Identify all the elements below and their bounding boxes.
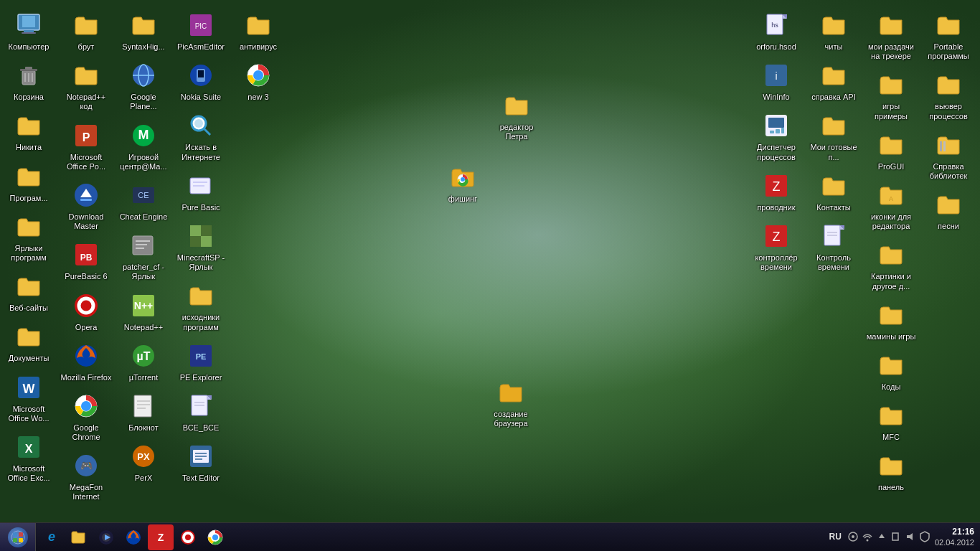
- icon-syntaxhig[interactable]: SyntaxHig...: [115, 6, 172, 56]
- icon-games-examples[interactable]: игры примеры: [862, 65, 920, 125]
- icon-nokia[interactable]: Nokia Suite: [172, 56, 230, 106]
- portable-label: Portable программы: [923, 42, 974, 61]
- taskbar-zed[interactable]: Z: [148, 524, 174, 550]
- icon-opera[interactable]: Opera: [57, 286, 115, 336]
- patcher-label: patcher_cf - Ярлык: [118, 263, 169, 281]
- icon-icons-editor[interactable]: A иконки для редактора: [862, 176, 920, 235]
- icon-pictures[interactable]: Картинки и другое д...: [862, 235, 920, 295]
- icon-programs[interactable]: Програм...: [0, 157, 57, 207]
- icon-wininfo[interactable]: i WinInfo: [748, 56, 805, 106]
- icon-google-earth[interactable]: Google Plane...: [115, 56, 172, 116]
- icon-antivirus[interactable]: антивирус: [230, 6, 287, 56]
- proGUI-label: ProGUI: [878, 162, 905, 171]
- icon-vse-vse[interactable]: ВСЕ_ВСЕ: [172, 387, 230, 437]
- taskbar-chrome[interactable]: [202, 524, 228, 550]
- controller-icon: Z: [761, 221, 791, 251]
- icon-library[interactable]: Справка библиотек: [920, 126, 977, 185]
- icon-viewer[interactable]: вьювер процессов: [920, 65, 977, 125]
- icon-spravka-api[interactable]: справка API: [805, 56, 862, 106]
- icon-contacts[interactable]: Контакты: [805, 166, 862, 217]
- pe-explorer-icon: PE: [186, 341, 216, 371]
- icon-utorrent[interactable]: µT µTorrent: [115, 336, 172, 387]
- icon-blocknot[interactable]: Блокнот: [115, 387, 172, 437]
- icon-trash[interactable]: Корзина: [0, 56, 57, 106]
- svg-point-120: [852, 535, 854, 538]
- wifi-icon: [862, 531, 873, 542]
- icon-documents[interactable]: Документы: [0, 317, 57, 367]
- icon-notepadpp[interactable]: N++ Notepad++: [115, 286, 172, 336]
- icon-search[interactable]: Искать в Интернете: [172, 106, 230, 166]
- icon-purebasic-s[interactable]: Pure Basic: [172, 166, 230, 217]
- ms-excel-icon: X: [14, 432, 44, 462]
- firefox-label: Mozilla Firefox: [61, 373, 112, 382]
- icon-panel[interactable]: панель: [862, 446, 920, 496]
- icon-minecraft[interactable]: MinecraftSP - Ярлык: [172, 217, 230, 276]
- icon-game-center[interactable]: 🎮 MegaFon Internet: [57, 446, 115, 506]
- icon-computer[interactable]: Компьютер: [0, 6, 57, 56]
- icon-pe-explorer[interactable]: PE PE Explorer: [172, 336, 230, 387]
- icon-control-time[interactable]: Контроль времени: [805, 217, 862, 276]
- svg-text:µT: µT: [137, 350, 151, 362]
- icon-create-browser[interactable]: создание браузера: [482, 373, 540, 433]
- svg-rect-6: [25, 67, 32, 70]
- icon-download-master[interactable]: Download Master: [57, 176, 115, 235]
- icon-shortcuts[interactable]: Ярлыки программ: [0, 207, 57, 267]
- icon-purebasic6[interactable]: PB PureBasic 6: [57, 235, 115, 286]
- icon-editor-petra[interactable]: редактор Петра: [488, 86, 545, 146]
- flag-icon: [890, 531, 902, 542]
- icon-mama-games[interactable]: мамины игры: [862, 296, 920, 346]
- icon-codes[interactable]: Коды: [862, 346, 920, 396]
- taskbar-right: RU 21:16 02.04.2012: [824, 527, 980, 548]
- icon-chrome[interactable]: Google Chrome: [57, 387, 115, 446]
- taskbar-explorer[interactable]: [66, 524, 92, 550]
- icon-phishing[interactable]: фишинг: [434, 158, 491, 208]
- taskbar-opera[interactable]: [175, 524, 201, 550]
- icon-brut[interactable]: брут: [57, 6, 115, 56]
- icon-perx[interactable]: PX PerX: [115, 437, 172, 487]
- icon-mfc[interactable]: MFC: [862, 396, 920, 446]
- icon-notepad-code[interactable]: Notepad++ код: [57, 56, 115, 116]
- icon-websites[interactable]: Веб-сайты: [0, 267, 57, 317]
- sources-label: исходники программ: [175, 313, 227, 331]
- taskbar-firefox[interactable]: [121, 524, 146, 550]
- icon-portable[interactable]: Portable программы: [920, 6, 977, 65]
- notepad-code-icon: [71, 60, 101, 90]
- icon-text-editor[interactable]: Text Editor: [172, 437, 230, 487]
- icon-my-ready[interactable]: Мои готовые п...: [805, 106, 862, 166]
- icon-megafon[interactable]: M Игровой центр@Ма...: [115, 116, 172, 176]
- programs-label: Програм...: [9, 194, 47, 203]
- trash-icon-img: [14, 60, 44, 90]
- icon-provodnik[interactable]: Z проводник: [748, 166, 805, 217]
- spravka-api-icon: [819, 60, 849, 90]
- taskbar-media[interactable]: [93, 524, 119, 550]
- icon-firefox[interactable]: Mozilla Firefox: [57, 336, 115, 387]
- viewer-label: вьювер процессов: [923, 102, 974, 121]
- icon-controller[interactable]: Z контроллёр времени: [748, 217, 805, 276]
- icon-ms-word[interactable]: W Microsoft Office Wo...: [0, 368, 57, 428]
- cheat-engine-icon: CE: [128, 180, 159, 210]
- start-button[interactable]: [0, 523, 36, 552]
- icon-nikita[interactable]: Никита: [0, 106, 57, 156]
- icon-orforu[interactable]: hs orforu.hsod: [748, 6, 805, 56]
- phishing-label: фишинг: [448, 194, 477, 204]
- icon-songs[interactable]: песни: [920, 185, 977, 235]
- icon-cheat-engine[interactable]: CE Cheat Engine: [115, 176, 172, 226]
- icon-column-5: антивирус new 3: [230, 6, 287, 106]
- icon-ms-po[interactable]: P Microsoft Office Po...: [57, 116, 115, 176]
- icon-chiti[interactable]: читы: [805, 6, 862, 56]
- icon-ms-excel[interactable]: X Microsoft Office Exc...: [0, 428, 57, 487]
- icon-sources[interactable]: исходники программ: [172, 276, 230, 336]
- icon-column-r3: мои раздачи на трекере игры примеры ProG…: [862, 6, 920, 296]
- icon-dispatcher[interactable]: Диспетчер процессов: [748, 106, 805, 166]
- icon-new3[interactable]: new 3: [230, 56, 287, 106]
- taskbar-ie[interactable]: e: [39, 524, 65, 550]
- icon-patcher[interactable]: patcher_cf - Ярлык: [115, 226, 172, 286]
- text-editor-label: Text Editor: [182, 474, 220, 483]
- svg-rect-103: [943, 141, 946, 151]
- vse-vse-icon: [186, 391, 216, 421]
- icon-my-torrents[interactable]: мои раздачи на трекере: [862, 6, 920, 65]
- icon-proGUI[interactable]: ProGUI: [862, 126, 920, 176]
- text-editor-icon: [186, 441, 216, 471]
- computer-label: Компьютер: [9, 42, 50, 52]
- icon-picasm[interactable]: PIC PicAsmEditor: [172, 6, 230, 56]
